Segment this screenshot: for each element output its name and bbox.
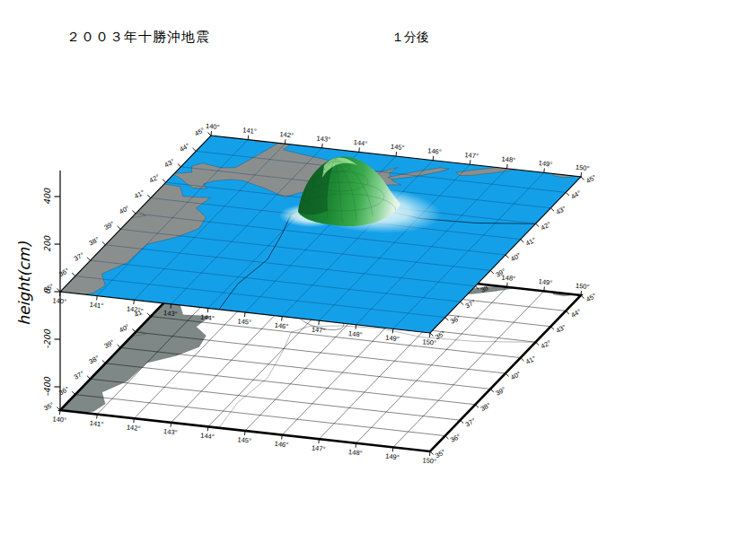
tick-label: 148°: [348, 329, 363, 339]
tick-label: 45°: [193, 126, 206, 137]
z-axis-title: height(cm): [15, 241, 33, 326]
z-tick-label: -400: [42, 376, 52, 397]
tick-label: 40°: [509, 251, 522, 263]
tick-label: 149°: [538, 277, 552, 287]
tick-label: 141°: [89, 419, 103, 429]
tick-label: 142°: [279, 130, 294, 140]
tick-label: 35°: [42, 400, 55, 412]
tick-label: 147°: [464, 151, 479, 161]
tsunami-3d-plot: ２００３年十勝沖地震 １分後 140°140°35°35°141°141°36°…: [0, 0, 756, 534]
tick-label: 40°: [509, 370, 522, 381]
z-tick-label: -200: [42, 328, 52, 349]
tick-label: 143°: [316, 135, 330, 144]
tick-label: 149°: [385, 334, 400, 344]
tick-label: 142°: [126, 304, 140, 314]
tick-label: 146°: [274, 440, 288, 450]
tick-label: 146°: [274, 321, 288, 331]
tick-label: 41°: [133, 188, 145, 200]
tick-label: 42°: [148, 173, 161, 185]
tick-label: 150°: [576, 163, 590, 173]
tick-label: 142°: [126, 423, 140, 433]
tick-label: 38°: [479, 401, 492, 413]
tick-label: 35°: [42, 282, 55, 293]
tick-label: 43°: [163, 157, 176, 169]
tick-label: 145°: [237, 317, 251, 327]
tick-label: 41°: [524, 236, 537, 248]
tick-label: 45°: [585, 292, 597, 303]
tick-label: 143°: [163, 309, 178, 319]
tick-label: 141°: [89, 301, 103, 311]
tick-label: 148°: [348, 448, 363, 458]
tick-label: 41°: [524, 355, 537, 366]
tick-label: 36°: [57, 267, 70, 278]
tick-label: 39°: [102, 338, 115, 350]
z-tick-label: 400: [42, 188, 52, 205]
tick-label: 149°: [538, 159, 552, 169]
tick-label: 39°: [102, 220, 115, 232]
tick-label: 36°: [449, 433, 462, 444]
tick-label: 39°: [494, 385, 506, 397]
tick-label: 44°: [178, 142, 190, 153]
tick-label: 40°: [118, 322, 130, 334]
tick-label: 147°: [311, 443, 325, 453]
tick-label: 42°: [540, 338, 552, 350]
tick-label: 144°: [200, 432, 215, 442]
tick-label: 145°: [391, 143, 405, 153]
tick-label: 42°: [540, 220, 552, 232]
tick-label: 147°: [311, 325, 325, 335]
tick-label: 150°: [576, 282, 590, 292]
tick-label: 144°: [353, 138, 367, 148]
tick-label: 141°: [242, 126, 257, 136]
tick-label: 146°: [427, 146, 442, 156]
tick-label: 144°: [200, 313, 215, 323]
tick-label: 145°: [237, 435, 251, 445]
tick-label: 44°: [569, 188, 582, 200]
tick-label: 148°: [501, 155, 515, 165]
tick-label: 37°: [73, 251, 85, 263]
tick-label: 45°: [585, 173, 597, 185]
tick-label: 40°: [118, 204, 130, 215]
tick-label: 150°: [422, 337, 436, 347]
tick-label: 140°: [52, 415, 66, 425]
tick-label: 140°: [52, 296, 66, 306]
tick-label: 143°: [163, 427, 178, 437]
tick-label: 38°: [88, 354, 101, 365]
z-tick-label: 200: [42, 235, 52, 252]
height-axis: 4002000-200-400height(cm): [15, 171, 60, 410]
tick-label: 140°: [206, 122, 220, 132]
tick-label: 149°: [385, 452, 400, 462]
tick-label: 43°: [555, 323, 567, 335]
tick-label: 150°: [422, 456, 436, 466]
tick-label: 43°: [555, 205, 567, 216]
tick-label: 37°: [73, 370, 85, 381]
plot-canvas: 140°140°35°35°141°141°36°36°142°142°37°3…: [0, 0, 756, 534]
tick-label: 37°: [464, 416, 477, 428]
tick-label: 38°: [88, 235, 101, 247]
tick-label: 44°: [569, 307, 582, 319]
